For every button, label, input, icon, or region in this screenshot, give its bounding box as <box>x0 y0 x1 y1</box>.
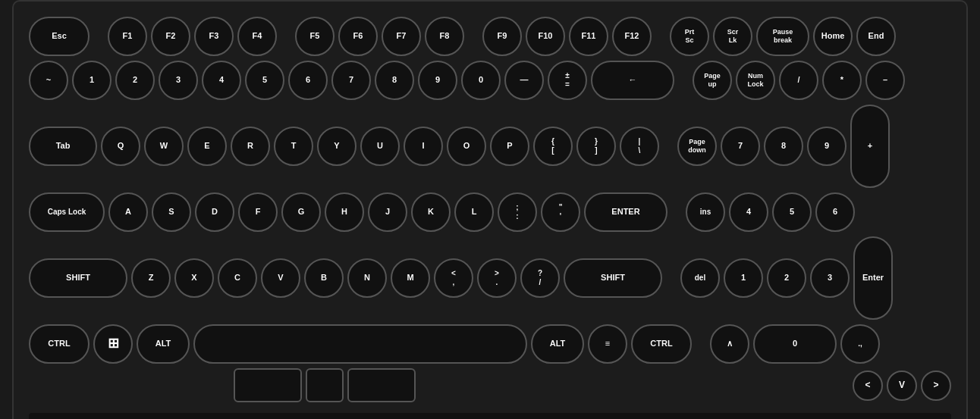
key-space[interactable] <box>193 324 527 364</box>
key-slash[interactable]: ?/ <box>520 258 560 298</box>
key-x[interactable]: X <box>174 258 214 298</box>
key-num0[interactable]: 0 <box>753 324 837 364</box>
key-end[interactable]: End <box>856 17 896 56</box>
key-f2[interactable]: F2 <box>151 17 190 56</box>
key-num6[interactable]: 6 <box>815 192 855 232</box>
key-comma[interactable]: <, <box>434 258 473 298</box>
key-f6[interactable]: F6 <box>338 17 378 56</box>
key-num-dot[interactable]: ., <box>840 324 880 364</box>
key-f10[interactable]: F10 <box>526 17 565 56</box>
key-num2[interactable]: 2 <box>767 258 806 298</box>
key-g[interactable]: G <box>281 192 321 232</box>
key-q[interactable]: Q <box>101 127 140 166</box>
key-w[interactable]: W <box>144 127 184 166</box>
key-i[interactable]: I <box>404 127 443 166</box>
key-ctrl-left[interactable]: CTRL <box>29 324 90 364</box>
key-home[interactable]: Home <box>813 17 853 56</box>
key-menu[interactable]: ≡ <box>588 324 627 364</box>
key-tab[interactable]: Tab <box>29 127 97 166</box>
key-arrow-left[interactable]: < <box>853 371 883 401</box>
key-pause[interactable]: Pausebreak <box>756 17 809 56</box>
key-num-slash[interactable]: / <box>779 61 818 100</box>
key-num9[interactable]: 9 <box>807 127 847 166</box>
key-win[interactable]: ⊞ <box>93 324 133 364</box>
key-2[interactable]: 2 <box>115 61 155 100</box>
key-num8[interactable]: 8 <box>764 127 803 166</box>
key-esc[interactable]: Esc <box>29 17 90 56</box>
key-c[interactable]: C <box>218 258 257 298</box>
key-num5[interactable]: 5 <box>772 192 812 232</box>
key-v[interactable]: V <box>261 258 300 298</box>
key-num-plus[interactable]: + <box>850 105 890 188</box>
key-caret[interactable]: ∧ <box>710 324 749 364</box>
key-f7[interactable]: F7 <box>382 17 421 56</box>
key-b[interactable]: B <box>304 258 344 298</box>
key-quote[interactable]: "' <box>541 192 580 232</box>
key-dash[interactable]: — <box>504 61 544 100</box>
key-capslock[interactable]: Caps Lock <box>29 192 105 232</box>
key-num7[interactable]: 7 <box>721 127 760 166</box>
key-ins[interactable]: ins <box>686 192 725 232</box>
key-0[interactable]: 0 <box>461 61 501 100</box>
key-del[interactable]: del <box>680 258 720 298</box>
key-backspace[interactable]: ← <box>591 61 674 100</box>
key-arrow-right[interactable]: > <box>921 371 951 401</box>
key-s[interactable]: S <box>152 192 191 232</box>
key-num3[interactable]: 3 <box>810 258 850 298</box>
key-num-star[interactable]: * <box>822 61 862 100</box>
key-numpad-enter[interactable]: Enter <box>853 236 893 320</box>
key-8[interactable]: 8 <box>375 61 414 100</box>
key-5[interactable]: 5 <box>245 61 284 100</box>
key-ctrl-right[interactable]: CTRL <box>631 324 692 364</box>
key-u[interactable]: U <box>360 127 400 166</box>
key-alt-left[interactable]: ALT <box>137 324 190 364</box>
key-h[interactable]: H <box>325 192 364 232</box>
key-t[interactable]: T <box>274 127 313 166</box>
key-pagedown[interactable]: Pagedown <box>677 127 717 166</box>
key-f9[interactable]: F9 <box>482 17 522 56</box>
trackpad-mid-btn[interactable] <box>306 368 344 402</box>
key-pageup[interactable]: Pageup <box>693 61 732 100</box>
key-num4[interactable]: 4 <box>729 192 768 232</box>
key-shift-right[interactable]: SHIFT <box>564 258 662 298</box>
trackpad-right-btn[interactable] <box>347 368 416 402</box>
key-y[interactable]: Y <box>317 127 357 166</box>
key-rbracket[interactable]: }] <box>576 127 616 166</box>
key-e[interactable]: E <box>187 127 227 166</box>
key-f4[interactable]: F4 <box>237 17 277 56</box>
key-7[interactable]: 7 <box>331 61 371 100</box>
key-tilde[interactable]: ~ <box>29 61 68 100</box>
key-r[interactable]: R <box>231 127 270 166</box>
key-num1[interactable]: 1 <box>724 258 763 298</box>
key-shift-left[interactable]: SHIFT <box>29 258 127 298</box>
key-alt-right[interactable]: ALT <box>531 324 584 364</box>
key-p[interactable]: P <box>490 127 529 166</box>
key-j[interactable]: J <box>368 192 407 232</box>
key-z[interactable]: Z <box>131 258 171 298</box>
key-prtsc[interactable]: PrtSc <box>670 17 709 56</box>
key-6[interactable]: 6 <box>288 61 328 100</box>
key-n[interactable]: N <box>347 258 387 298</box>
key-semicolon[interactable]: ;: <box>498 192 537 232</box>
key-1[interactable]: 1 <box>72 61 112 100</box>
key-3[interactable]: 3 <box>159 61 198 100</box>
key-m[interactable]: M <box>391 258 430 298</box>
key-k[interactable]: K <box>411 192 451 232</box>
key-4[interactable]: 4 <box>202 61 241 100</box>
key-lbracket[interactable]: {[ <box>533 127 573 166</box>
key-f12[interactable]: F12 <box>612 17 652 56</box>
key-f3[interactable]: F3 <box>194 17 234 56</box>
key-f5[interactable]: F5 <box>295 17 335 56</box>
key-enter[interactable]: ENTER <box>584 192 667 232</box>
key-scrlk[interactable]: ScrLk <box>713 17 752 56</box>
key-period[interactable]: >. <box>477 258 517 298</box>
key-9[interactable]: 9 <box>418 61 457 100</box>
key-o[interactable]: O <box>447 127 486 166</box>
key-l[interactable]: L <box>454 192 494 232</box>
key-arrow-down[interactable]: V <box>887 371 917 401</box>
key-f11[interactable]: F11 <box>569 17 608 56</box>
key-d[interactable]: D <box>195 192 234 232</box>
key-backslash[interactable]: |\ <box>620 127 659 166</box>
key-f8[interactable]: F8 <box>425 17 464 56</box>
key-equal[interactable]: ±= <box>548 61 587 100</box>
